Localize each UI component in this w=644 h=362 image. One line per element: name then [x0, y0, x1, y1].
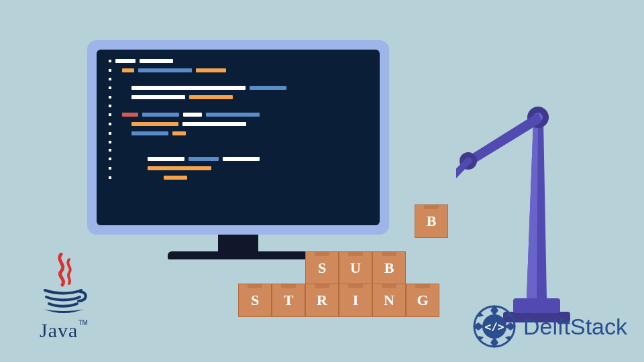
box-letter: G	[406, 284, 439, 317]
java-cup-icon	[37, 253, 91, 316]
box-letter: N	[372, 284, 406, 317]
svg-line-9	[456, 161, 468, 194]
box-letter-held: B	[415, 204, 448, 238]
box-letter: S	[238, 284, 272, 317]
box-letter: S	[305, 251, 339, 285]
box-letter: B	[372, 251, 406, 285]
java-text: Java	[40, 319, 78, 341]
monitor-neck	[218, 235, 258, 251]
java-logo: JavaTM	[23, 253, 104, 342]
box-letter: I	[339, 284, 372, 317]
box-letter: R	[305, 284, 339, 317]
monitor-illustration	[87, 40, 389, 255]
code-screen	[97, 50, 380, 225]
box-letter: U	[339, 251, 372, 285]
substring-boxes: S U B S T R I N G	[238, 251, 439, 317]
svg-marker-6	[466, 113, 542, 166]
svg-text:</>: </>	[485, 320, 504, 333]
svg-marker-3	[527, 121, 538, 298]
robotic-arm-icon	[456, 84, 577, 325]
java-tm: TM	[78, 319, 87, 326]
monitor-frame	[87, 40, 389, 235]
delftstack-text: DelftStack	[523, 314, 627, 340]
delftstack-badge-icon: </>	[471, 303, 518, 350]
box-letter: T	[272, 284, 305, 317]
delftstack-logo: </> DelftStack	[471, 303, 627, 350]
